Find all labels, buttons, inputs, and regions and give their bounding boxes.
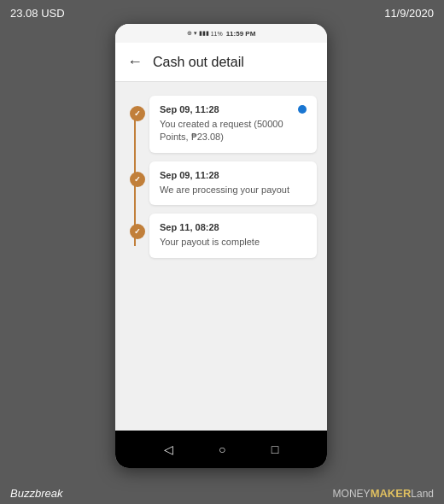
- nav-bar: ◁ ○ □: [115, 431, 327, 468]
- status-bar: ⊕ ▾ ▮▮▮ 11% 11:59 PM: [115, 24, 327, 43]
- app-header: ← Cash out detail: [115, 43, 327, 82]
- timeline-dot-1: [130, 106, 145, 121]
- timeline-card-3: Sep 11, 08:28 Your payout is complete: [149, 214, 317, 257]
- wifi-icon: ▾: [194, 30, 197, 37]
- timeline-dot-2: [130, 172, 145, 187]
- card-date-3: Sep 11, 08:28: [160, 222, 219, 232]
- status-dot-blue: [298, 105, 307, 114]
- card-body-1: You created a request (50000 Points, ₱23…: [160, 118, 307, 144]
- card-header-1: Sep 09, 11:28: [160, 104, 307, 114]
- card-date-2: Sep 09, 11:28: [160, 170, 219, 180]
- usd-amount: 23.08 USD: [10, 7, 65, 20]
- timeline-item-2: Sep 09, 11:28 We are processing your pay…: [149, 161, 317, 205]
- battery-level: 11%: [211, 31, 223, 37]
- maker-highlight: MAKER: [371, 487, 412, 500]
- phone-frame: ⊕ ▾ ▮▮▮ 11% 11:59 PM ← Cash out detail S…: [115, 24, 327, 468]
- card-header-2: Sep 09, 11:28: [160, 170, 307, 180]
- card-date-1: Sep 09, 11:28: [160, 104, 219, 114]
- signal-icon: ⊕: [187, 30, 192, 37]
- top-bar: 23.08 USD 11/9/2020: [0, 7, 444, 20]
- timeline-card-1: Sep 09, 11:28 You created a request (500…: [149, 96, 317, 153]
- timeline-item-3: Sep 11, 08:28 Your payout is complete: [149, 214, 317, 257]
- card-body-3: Your payout is complete: [160, 236, 307, 249]
- back-nav-button[interactable]: ◁: [164, 442, 173, 456]
- bottom-bar: Buzzbreak MONEYMAKERLand: [0, 487, 444, 500]
- buzzbreak-label: Buzzbreak: [10, 487, 62, 500]
- card-header-3: Sep 11, 08:28: [160, 222, 307, 232]
- status-icons: ⊕ ▾ ▮▮▮ 11%: [187, 30, 223, 37]
- back-button[interactable]: ←: [127, 53, 143, 71]
- timeline: Sep 09, 11:28 You created a request (500…: [126, 96, 317, 258]
- timeline-item-1: Sep 09, 11:28 You created a request (500…: [149, 96, 317, 153]
- moneymaker-label: MONEYMAKERLand: [333, 487, 434, 500]
- content-area: Sep 09, 11:28 You created a request (500…: [115, 82, 327, 431]
- card-body-2: We are processing your payout: [160, 184, 307, 196]
- signal-bars-icon: ▮▮▮: [199, 30, 209, 37]
- status-time: 11:59 PM: [226, 30, 256, 38]
- home-nav-button[interactable]: ○: [219, 442, 225, 456]
- timeline-card-2: Sep 09, 11:28 We are processing your pay…: [149, 161, 317, 205]
- date-label: 11/9/2020: [384, 7, 434, 20]
- recent-nav-button[interactable]: □: [272, 442, 278, 456]
- timeline-dot-3: [130, 224, 145, 239]
- page-title: Cash out detail: [153, 55, 244, 70]
